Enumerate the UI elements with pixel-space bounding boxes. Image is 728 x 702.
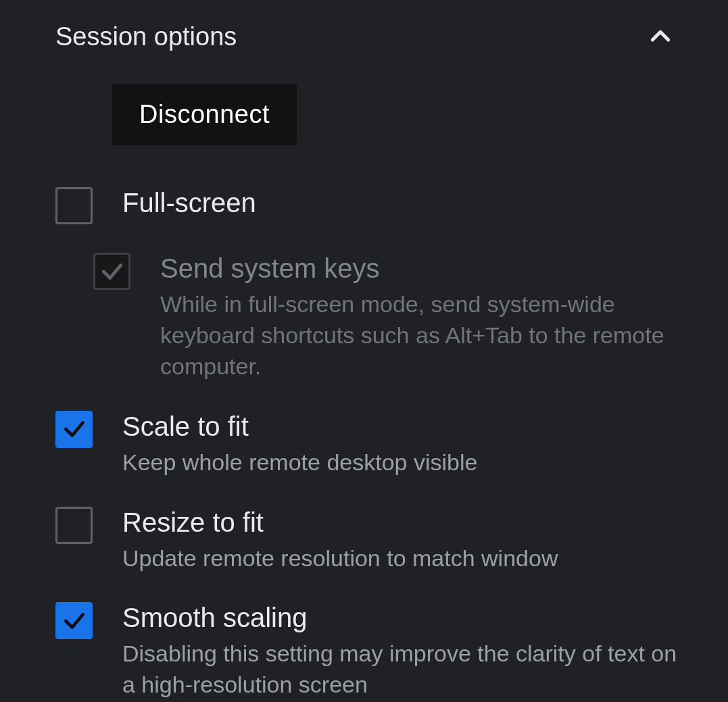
- resize-to-fit-desc: Update remote resolution to match window: [122, 543, 687, 574]
- send-system-keys-desc: While in full-screen mode, send system-w…: [160, 289, 687, 382]
- session-options-header[interactable]: Session options: [55, 20, 701, 53]
- send-system-keys-checkbox: [93, 253, 130, 290]
- chevron-up-icon: [644, 20, 677, 53]
- fullscreen-label: Full-screen: [122, 186, 687, 220]
- scale-to-fit-desc: Keep whole remote desktop visible: [122, 447, 687, 478]
- send-system-keys-label: Send system keys: [160, 251, 687, 285]
- fullscreen-text: Full-screen: [122, 186, 701, 220]
- session-options-panel: Session options Disconnect Full-screen S…: [0, 0, 728, 702]
- scale-to-fit-checkbox[interactable]: [55, 411, 93, 448]
- option-resize-to-fit: Resize to fit Update remote resolution t…: [55, 505, 701, 574]
- send-system-keys-text: Send system keys While in full-screen mo…: [160, 251, 701, 382]
- smooth-scaling-label: Smooth scaling: [122, 601, 687, 634]
- scale-to-fit-label: Scale to fit: [122, 409, 687, 443]
- disconnect-row: Disconnect: [55, 84, 701, 145]
- smooth-scaling-text: Smooth scaling Disabling this setting ma…: [122, 601, 701, 701]
- scale-to-fit-text: Scale to fit Keep whole remote desktop v…: [122, 409, 701, 478]
- session-options-title: Session options: [55, 22, 237, 51]
- resize-to-fit-label: Resize to fit: [122, 505, 687, 539]
- resize-to-fit-text: Resize to fit Update remote resolution t…: [122, 505, 701, 574]
- option-fullscreen: Full-screen: [55, 186, 701, 224]
- disconnect-button[interactable]: Disconnect: [112, 84, 297, 145]
- option-send-system-keys: Send system keys While in full-screen mo…: [55, 251, 701, 382]
- fullscreen-checkbox[interactable]: [55, 187, 93, 224]
- resize-to-fit-checkbox[interactable]: [55, 507, 93, 544]
- option-scale-to-fit: Scale to fit Keep whole remote desktop v…: [55, 409, 701, 478]
- option-smooth-scaling: Smooth scaling Disabling this setting ma…: [55, 601, 701, 701]
- smooth-scaling-desc: Disabling this setting may improve the c…: [122, 638, 687, 701]
- smooth-scaling-checkbox[interactable]: [55, 602, 93, 639]
